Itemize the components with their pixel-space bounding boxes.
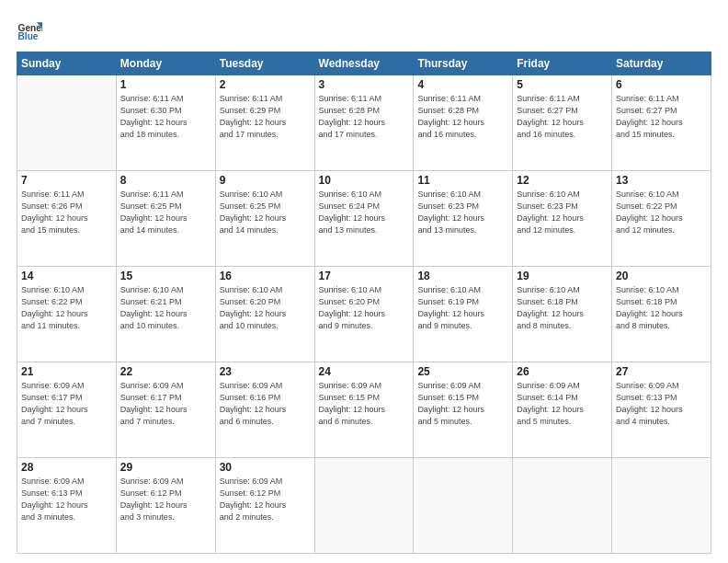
- day-info: Sunrise: 6:09 AM Sunset: 6:17 PM Dayligh…: [21, 380, 112, 428]
- calendar-cell: 3Sunrise: 6:11 AM Sunset: 6:28 PM Daylig…: [314, 75, 414, 171]
- calendar-cell: [17, 75, 117, 171]
- day-number: 20: [616, 270, 707, 282]
- calendar-cell: 10Sunrise: 6:10 AM Sunset: 6:24 PM Dayli…: [314, 171, 414, 267]
- day-number: 13: [616, 174, 707, 187]
- calendar-cell: [612, 458, 711, 554]
- day-number: 17: [319, 270, 410, 282]
- day-number: 21: [21, 365, 112, 378]
- calendar-cell: 1Sunrise: 6:11 AM Sunset: 6:30 PM Daylig…: [116, 75, 215, 171]
- day-info: Sunrise: 6:10 AM Sunset: 6:22 PM Dayligh…: [21, 284, 112, 332]
- calendar-cell: 26Sunrise: 6:09 AM Sunset: 6:14 PM Dayli…: [513, 362, 612, 458]
- calendar-cell: 13Sunrise: 6:10 AM Sunset: 6:22 PM Dayli…: [612, 171, 711, 267]
- calendar-cell: 30Sunrise: 6:09 AM Sunset: 6:12 PM Dayli…: [215, 458, 314, 554]
- day-info: Sunrise: 6:09 AM Sunset: 6:17 PM Dayligh…: [120, 380, 211, 428]
- day-number: 7: [21, 174, 112, 187]
- svg-text:Blue: Blue: [18, 31, 39, 41]
- day-info: Sunrise: 6:09 AM Sunset: 6:15 PM Dayligh…: [319, 380, 410, 428]
- day-info: Sunrise: 6:11 AM Sunset: 6:28 PM Dayligh…: [319, 93, 410, 141]
- day-number: 1: [120, 78, 211, 91]
- day-number: 28: [21, 461, 112, 474]
- calendar-cell: 29Sunrise: 6:09 AM Sunset: 6:12 PM Dayli…: [116, 458, 215, 554]
- calendar-cell: 12Sunrise: 6:10 AM Sunset: 6:23 PM Dayli…: [513, 171, 612, 267]
- day-number: 4: [417, 78, 508, 91]
- day-info: Sunrise: 6:10 AM Sunset: 6:23 PM Dayligh…: [517, 189, 608, 236]
- day-number: 26: [517, 365, 608, 378]
- day-info: Sunrise: 6:11 AM Sunset: 6:28 PM Dayligh…: [417, 93, 508, 141]
- calendar-cell: 23Sunrise: 6:09 AM Sunset: 6:16 PM Dayli…: [215, 362, 314, 458]
- calendar-cell: [513, 458, 612, 554]
- calendar-cell: 8Sunrise: 6:11 AM Sunset: 6:25 PM Daylig…: [116, 171, 215, 267]
- day-of-week-header: Thursday: [414, 52, 513, 75]
- day-number: 29: [120, 461, 211, 474]
- day-info: Sunrise: 6:11 AM Sunset: 6:26 PM Dayligh…: [21, 189, 112, 236]
- calendar-cell: 19Sunrise: 6:10 AM Sunset: 6:18 PM Dayli…: [513, 267, 612, 362]
- day-number: 10: [319, 174, 410, 187]
- day-info: Sunrise: 6:09 AM Sunset: 6:13 PM Dayligh…: [21, 476, 112, 523]
- calendar-cell: 21Sunrise: 6:09 AM Sunset: 6:17 PM Dayli…: [17, 362, 117, 458]
- calendar-cell: 14Sunrise: 6:10 AM Sunset: 6:22 PM Dayli…: [17, 267, 117, 362]
- calendar-cell: 11Sunrise: 6:10 AM Sunset: 6:23 PM Dayli…: [414, 171, 513, 267]
- day-info: Sunrise: 6:10 AM Sunset: 6:19 PM Dayligh…: [417, 284, 508, 332]
- calendar-cell: 16Sunrise: 6:10 AM Sunset: 6:20 PM Dayli…: [215, 267, 314, 362]
- calendar-cell: [414, 458, 513, 554]
- calendar-cell: 2Sunrise: 6:11 AM Sunset: 6:29 PM Daylig…: [215, 75, 314, 171]
- day-info: Sunrise: 6:10 AM Sunset: 6:18 PM Dayligh…: [517, 284, 608, 332]
- calendar-cell: 6Sunrise: 6:11 AM Sunset: 6:27 PM Daylig…: [612, 75, 711, 171]
- day-info: Sunrise: 6:10 AM Sunset: 6:25 PM Dayligh…: [220, 189, 311, 236]
- day-number: 3: [319, 78, 410, 91]
- day-number: 15: [120, 270, 211, 282]
- day-info: Sunrise: 6:09 AM Sunset: 6:15 PM Dayligh…: [417, 380, 508, 428]
- day-info: Sunrise: 6:11 AM Sunset: 6:29 PM Dayligh…: [220, 93, 311, 141]
- day-number: 5: [517, 78, 608, 91]
- day-info: Sunrise: 6:10 AM Sunset: 6:24 PM Dayligh…: [319, 189, 410, 236]
- logo: General Blue: [17, 17, 46, 42]
- calendar-cell: 17Sunrise: 6:10 AM Sunset: 6:20 PM Dayli…: [314, 267, 414, 362]
- day-number: 11: [417, 174, 508, 187]
- day-number: 24: [319, 365, 410, 378]
- calendar-cell: 27Sunrise: 6:09 AM Sunset: 6:13 PM Dayli…: [612, 362, 711, 458]
- day-number: 6: [616, 78, 707, 91]
- day-of-week-header: Tuesday: [215, 52, 314, 75]
- day-number: 14: [21, 270, 112, 282]
- day-info: Sunrise: 6:09 AM Sunset: 6:16 PM Dayligh…: [220, 380, 311, 428]
- day-number: 12: [517, 174, 608, 187]
- calendar-cell: 28Sunrise: 6:09 AM Sunset: 6:13 PM Dayli…: [17, 458, 117, 554]
- calendar-table: SundayMondayTuesdayWednesdayThursdayFrid…: [17, 52, 711, 554]
- day-number: 8: [120, 174, 211, 187]
- day-number: 30: [220, 461, 311, 474]
- day-of-week-header: Monday: [116, 52, 215, 75]
- calendar-cell: 4Sunrise: 6:11 AM Sunset: 6:28 PM Daylig…: [414, 75, 513, 171]
- calendar-cell: 7Sunrise: 6:11 AM Sunset: 6:26 PM Daylig…: [17, 171, 117, 267]
- day-of-week-header: Wednesday: [314, 52, 414, 75]
- calendar-week-row: 28Sunrise: 6:09 AM Sunset: 6:13 PM Dayli…: [17, 458, 711, 554]
- day-number: 22: [120, 365, 211, 378]
- day-info: Sunrise: 6:10 AM Sunset: 6:20 PM Dayligh…: [319, 284, 410, 332]
- day-info: Sunrise: 6:10 AM Sunset: 6:20 PM Dayligh…: [220, 284, 311, 332]
- calendar-week-row: 14Sunrise: 6:10 AM Sunset: 6:22 PM Dayli…: [17, 267, 711, 362]
- day-info: Sunrise: 6:09 AM Sunset: 6:12 PM Dayligh…: [220, 476, 311, 523]
- day-info: Sunrise: 6:10 AM Sunset: 6:23 PM Dayligh…: [417, 189, 508, 236]
- calendar-week-row: 21Sunrise: 6:09 AM Sunset: 6:17 PM Dayli…: [17, 362, 711, 458]
- calendar-cell: 15Sunrise: 6:10 AM Sunset: 6:21 PM Dayli…: [116, 267, 215, 362]
- day-number: 2: [220, 78, 311, 91]
- day-info: Sunrise: 6:09 AM Sunset: 6:12 PM Dayligh…: [120, 476, 211, 523]
- calendar-cell: 5Sunrise: 6:11 AM Sunset: 6:27 PM Daylig…: [513, 75, 612, 171]
- day-number: 25: [417, 365, 508, 378]
- day-info: Sunrise: 6:09 AM Sunset: 6:13 PM Dayligh…: [616, 380, 707, 428]
- day-number: 18: [417, 270, 508, 282]
- calendar-header-row: SundayMondayTuesdayWednesdayThursdayFrid…: [17, 52, 711, 75]
- day-number: 16: [220, 270, 311, 282]
- day-of-week-header: Sunday: [17, 52, 117, 75]
- day-of-week-header: Friday: [513, 52, 612, 75]
- calendar-cell: 9Sunrise: 6:10 AM Sunset: 6:25 PM Daylig…: [215, 171, 314, 267]
- day-number: 23: [220, 365, 311, 378]
- day-info: Sunrise: 6:10 AM Sunset: 6:22 PM Dayligh…: [616, 189, 707, 236]
- day-info: Sunrise: 6:11 AM Sunset: 6:27 PM Dayligh…: [616, 93, 707, 141]
- calendar-cell: 24Sunrise: 6:09 AM Sunset: 6:15 PM Dayli…: [314, 362, 414, 458]
- day-info: Sunrise: 6:10 AM Sunset: 6:21 PM Dayligh…: [120, 284, 211, 332]
- logo-icon: General Blue: [17, 17, 42, 42]
- calendar-cell: [314, 458, 414, 554]
- day-info: Sunrise: 6:11 AM Sunset: 6:27 PM Dayligh…: [517, 93, 608, 141]
- page-header: General Blue: [17, 17, 711, 42]
- day-number: 19: [517, 270, 608, 282]
